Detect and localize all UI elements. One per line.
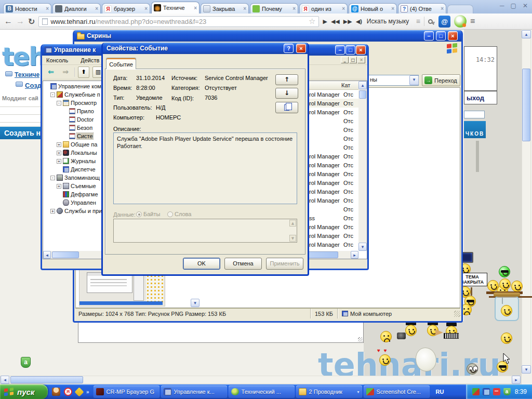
next-track-icon[interactable]: ▶▶ [343, 18, 352, 25]
start-button[interactable]: пуск [0, 384, 48, 399]
quicklaunch-yandex-icon[interactable]: Я [64, 388, 72, 396]
expand-icon[interactable]: + [57, 159, 61, 164]
scroll-down-icon[interactable]: ▾ [522, 365, 531, 374]
tree-item[interactable]: -Запоминающ [43, 174, 101, 182]
smiley-plain[interactable] [501, 332, 513, 345]
tab-close-icon[interactable]: × [144, 6, 148, 11]
page-vscroll-thumb[interactable] [522, 69, 530, 141]
collapse-icon[interactable]: - [50, 176, 55, 180]
scroll-right-icon[interactable]: ▸ [351, 251, 358, 259]
forward-icon[interactable]: → [16, 17, 24, 26]
tree-item[interactable]: +Локальны [43, 149, 101, 157]
quicklaunch-agent-icon[interactable] [52, 388, 60, 396]
browser-close-button[interactable]: ✕ [523, 2, 528, 9]
browser-tab[interactable]: Почему× [250, 3, 298, 14]
radio-words[interactable]: Слова [167, 211, 191, 217]
tab-close-icon[interactable]: × [95, 6, 98, 11]
chevron-down-icon[interactable]: ▾ [357, 390, 360, 394]
apply-button[interactable]: Применить [266, 258, 303, 270]
go-button[interactable]: → Переход [422, 74, 460, 86]
smiley-owl[interactable] [467, 363, 479, 376]
browser-tab[interactable]: Ябраузер× [102, 3, 150, 14]
tree-item[interactable]: -Просмотр [43, 99, 101, 107]
url-bar[interactable]: www.tehnari.ru/newthread.php?do=newthrea… [38, 16, 319, 27]
tab-event[interactable]: Событие [106, 58, 136, 69]
menu-icon[interactable]: ≡ [470, 17, 475, 26]
expand-icon[interactable]: + [57, 184, 61, 189]
description-box[interactable]: Служба "Adobe Flash Player Update Servic… [113, 132, 297, 204]
url-text[interactable]: www.tehnari.ru/newthread.php?do=newthrea… [50, 18, 306, 25]
tree-item[interactable]: Безоп [43, 124, 101, 132]
list-icon[interactable]: ≡ [416, 17, 420, 25]
minimize-button[interactable]: – [335, 45, 345, 55]
quicklaunch-game-icon[interactable] [74, 387, 84, 396]
resize-grip-icon[interactable] [454, 311, 460, 317]
child-restore-button[interactable]: □ [349, 57, 357, 63]
address-dropdown-icon[interactable]: ▾ [409, 75, 419, 85]
tree-hscroll-thumb[interactable] [52, 251, 79, 258]
browser-tab[interactable]: Диалоги× [52, 3, 101, 14]
child-minimize-button[interactable]: _ [341, 57, 349, 63]
scroll-down-icon[interactable]: ▾ [358, 243, 367, 251]
close-button[interactable]: × [296, 44, 306, 53]
resize-grip-icon[interactable] [358, 337, 363, 342]
chevron-more-icon[interactable]: » [86, 389, 89, 395]
smiley-accordion[interactable] [446, 326, 458, 338]
smiley-table-trio[interactable] [487, 280, 500, 292]
browser-tab[interactable]: Закрыва× [201, 3, 249, 14]
close-button[interactable]: × [356, 45, 366, 55]
explorer-titlebar[interactable]: Скрины [74, 30, 461, 42]
search-icon[interactable]: ▾ [428, 17, 435, 26]
previous-track-icon[interactable]: ◀◀ [331, 18, 340, 25]
browser-tab[interactable]: Техниче× [151, 2, 200, 14]
breadcrumb-forum-link[interactable]: Техниче [15, 71, 39, 78]
smiley-jar[interactable] [495, 296, 507, 308]
page-input[interactable] [464, 111, 485, 118]
smiley-green-shades[interactable] [499, 266, 511, 278]
tree-item[interactable]: Прило [43, 107, 101, 115]
maximize-button[interactable]: □ [345, 45, 355, 55]
expand-icon[interactable]: + [57, 151, 61, 155]
new-tab-stub[interactable] [447, 5, 473, 14]
list-vscroll-thumb[interactable] [359, 90, 366, 99]
back-icon[interactable]: ← [4, 17, 12, 26]
reload-icon[interactable]: ↻ [28, 17, 35, 26]
tray-network-icon[interactable] [483, 388, 490, 395]
smiley-balalaika[interactable] [427, 325, 440, 337]
scroll-right-icon[interactable]: ▸ [512, 376, 521, 384]
help-button[interactable]: ? [284, 44, 294, 53]
bookmark-star-icon[interactable]: ☆ [309, 17, 315, 26]
taskbar-button[interactable]: 2 Проводник▾ [296, 385, 362, 398]
scroll-up-icon[interactable]: ▴ [522, 30, 531, 38]
scroll-left-icon[interactable]: ◂ [1, 376, 9, 384]
tray-avast-icon[interactable]: a [503, 388, 511, 395]
smiley-love[interactable]: ♥ ♥ [379, 354, 392, 367]
browser-tab[interactable]: Яодин из× [299, 3, 348, 14]
category-column-header[interactable]: Кат [341, 82, 350, 88]
smiley-creature[interactable] [416, 348, 428, 360]
taskbar-button[interactable]: Технический ... [229, 385, 295, 398]
browser-tab[interactable]: @Новый о× [349, 3, 397, 14]
minimize-button[interactable]: – [424, 31, 434, 41]
tab-close-icon[interactable]: × [243, 6, 246, 11]
tree-hscrollbar[interactable]: ◂ [43, 251, 101, 259]
back-icon[interactable]: ⇐ [45, 66, 57, 78]
menu-action[interactable]: Действ [81, 57, 99, 63]
tree-item[interactable]: Дефрагме [43, 190, 101, 198]
tab-close-icon[interactable]: × [391, 6, 394, 11]
browser-tab[interactable]: ?(4) Отве× [398, 3, 446, 14]
browser-logo-icon[interactable] [454, 15, 467, 28]
copy-button[interactable] [275, 102, 298, 113]
list-vscrollbar[interactable]: ▴ ▾ [358, 81, 367, 251]
tree-item[interactable]: Управление комп [43, 82, 101, 90]
browser-tab[interactable]: BНовости× [3, 3, 51, 14]
exit-button[interactable]: ыход [464, 91, 497, 104]
tree-item[interactable]: +Общие па [43, 140, 101, 149]
tab-close-icon[interactable]: × [342, 6, 345, 11]
tree-item[interactable]: Doctor [43, 115, 101, 124]
taskbar-button[interactable]: Управление к... [161, 385, 227, 398]
smiley-drummer[interactable] [405, 325, 418, 337]
scroll-up-icon[interactable]: ▴ [358, 81, 367, 89]
data-box[interactable]: ▲ ▼ [113, 219, 297, 243]
dialog-titlebar[interactable]: Свойства: Событие [103, 43, 308, 54]
